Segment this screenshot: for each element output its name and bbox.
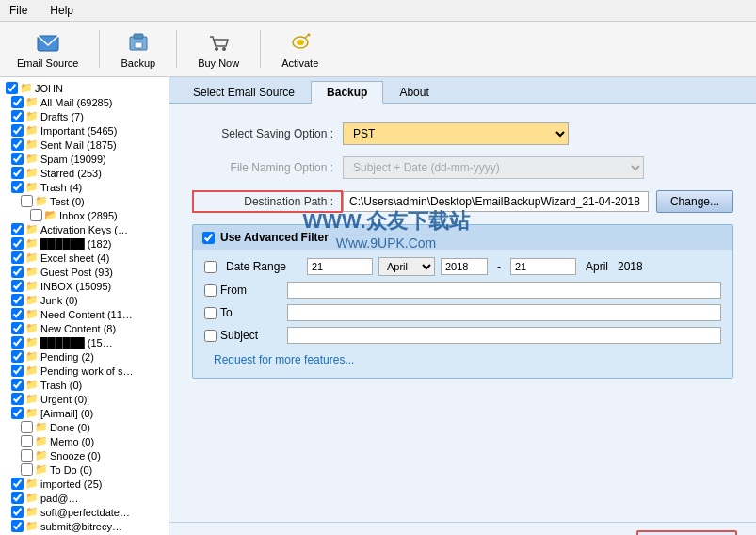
date-from-input[interactable] — [307, 258, 373, 275]
email-source-button[interactable]: Email Source — [8, 25, 88, 73]
date-to-input[interactable] — [510, 258, 576, 275]
tree-item-checkbox[interactable] — [11, 280, 24, 292]
tree-item[interactable]: 📁██████ (182) — [0, 236, 169, 251]
tree-item-checkbox[interactable] — [21, 463, 33, 476]
from-checkbox[interactable] — [204, 284, 217, 297]
tree-item-checkbox[interactable] — [21, 449, 33, 462]
tab-select-email-source[interactable]: Select Email Source — [177, 81, 311, 103]
tree-item-checkbox[interactable] — [11, 294, 24, 306]
tree-item-checkbox[interactable] — [11, 520, 24, 532]
tree-item-checkbox[interactable] — [21, 421, 33, 433]
tree-item-checkbox[interactable] — [11, 478, 24, 490]
tree-item[interactable]: 📁Excel sheet (4) — [0, 251, 169, 265]
backup-footer-button[interactable]: Backup — [636, 530, 737, 535]
tree-item-checkbox[interactable] — [11, 336, 24, 349]
tree-item-checkbox[interactable] — [11, 223, 24, 235]
tree-item-checkbox[interactable] — [11, 110, 24, 122]
tree-item[interactable]: 📁Important (5465) — [0, 123, 169, 138]
tree-item[interactable]: 📁submit@bitrecy… — [0, 519, 169, 533]
tree-item[interactable]: 📁Snooze (0) — [0, 448, 169, 462]
tree-item-checkbox[interactable] — [11, 365, 24, 377]
footer: Backup — [169, 522, 756, 535]
tree-item[interactable]: 📁Pending (2) — [0, 349, 169, 364]
tree-item-checkbox[interactable] — [11, 506, 24, 518]
saving-option-label: Select Saving Option : — [192, 127, 343, 140]
tree-item[interactable]: 📁All Mail (69285) — [0, 95, 169, 109]
tree-item-checkbox[interactable] — [11, 181, 24, 193]
tree-item[interactable]: 📁Spam (19099) — [0, 152, 169, 166]
tree-item[interactable]: 📁Trash (0) — [0, 378, 169, 392]
tree-item-checkbox[interactable] — [11, 124, 24, 137]
tree-item-checkbox[interactable] — [11, 407, 24, 419]
tree-item[interactable]: 📁Pending work of s… — [0, 364, 169, 378]
tree-item-checkbox[interactable] — [21, 195, 33, 207]
tree-item[interactable]: 📁Sent Mail (1875) — [0, 138, 169, 152]
saving-option-select[interactable]: PST EML MSG MBOX PDF — [343, 122, 569, 145]
tree-item[interactable]: 📁soft@perfectdate… — [0, 505, 169, 519]
tree-item-checkbox[interactable] — [11, 350, 24, 363]
tree-item-checkbox[interactable] — [11, 393, 24, 405]
tree-item[interactable]: 📁New Content (8) — [0, 321, 169, 335]
tree-item-checkbox[interactable] — [30, 209, 42, 221]
subject-input[interactable] — [287, 327, 721, 344]
tree-item-checkbox[interactable] — [11, 251, 24, 264]
tree-item[interactable]: 📁Urgent (0) — [0, 392, 169, 406]
tree-item[interactable]: 📁Trash (4) — [0, 180, 169, 194]
tree-item[interactable]: 📂Inbox (2895) — [0, 208, 169, 222]
buy-now-button[interactable]: Buy Now — [188, 25, 249, 73]
file-naming-select[interactable]: Subject + Date (dd-mm-yyyy) — [343, 156, 644, 179]
tree-item-checkbox[interactable] — [11, 96, 24, 108]
tree-item[interactable]: 📁imported (25) — [0, 477, 169, 491]
tree-folder-icon: 📁 — [25, 237, 39, 250]
tree-item[interactable]: 📁Activation Keys (… — [0, 222, 169, 236]
tree-item[interactable]: 📁Junk (0) — [0, 293, 169, 307]
tree-item-checkbox[interactable] — [11, 167, 24, 179]
tree-folder-icon: 📁 — [35, 195, 48, 207]
month-from-select[interactable]: AprilJanuaryFebruaryMarch MayJuneJulyAug… — [378, 257, 435, 276]
tree-item-checkbox[interactable] — [21, 435, 33, 447]
tree-item[interactable]: 📁Need Content (11… — [0, 307, 169, 321]
tab-backup[interactable]: Backup — [311, 81, 383, 104]
activate-button[interactable]: Activate — [272, 25, 328, 73]
change-button[interactable]: Change... — [656, 190, 733, 213]
tree-item[interactable]: 📁Drafts (7) — [0, 109, 169, 123]
date-range-checkbox[interactable] — [204, 261, 217, 273]
tree-item-checkbox[interactable] — [11, 266, 24, 278]
tree-item[interactable]: 📁pad@… — [0, 491, 169, 505]
dest-path-input[interactable] — [343, 191, 649, 212]
tree-item[interactable]: 📁[Airmail] (0) — [0, 406, 169, 420]
tree-item[interactable]: 📁Done (0) — [0, 420, 169, 434]
tree-item[interactable]: 📁Memo (0) — [0, 434, 169, 448]
year-from-input[interactable] — [441, 258, 488, 275]
to-input[interactable] — [287, 304, 721, 321]
dest-path-input-wrap: Change... — [343, 190, 733, 213]
request-features-link[interactable]: Request for more features... — [204, 349, 363, 370]
tab-about[interactable]: About — [383, 81, 444, 103]
tree-item[interactable]: 📁Starred (253) — [0, 166, 169, 180]
tree-item-checkbox[interactable] — [11, 322, 24, 334]
menu-help[interactable]: Help — [44, 2, 79, 19]
tree-item-checkbox[interactable] — [11, 138, 24, 151]
tree-folder-icon: 📁 — [25, 138, 39, 151]
tree-item[interactable]: 📁To Do (0) — [0, 462, 169, 477]
tree-item-checkbox[interactable] — [11, 492, 24, 504]
to-checkbox[interactable] — [204, 307, 217, 319]
backup-button[interactable]: Backup — [111, 25, 165, 73]
tree-item-checkbox[interactable] — [11, 237, 24, 250]
activate-label: Activate — [281, 57, 318, 69]
tree-item[interactable]: 📁Test (0) — [0, 194, 169, 208]
from-input[interactable] — [287, 282, 721, 299]
use-advanced-checkbox[interactable] — [202, 232, 215, 244]
tree-item[interactable]: 📁INBOX (15095) — [0, 279, 169, 293]
tree-item[interactable]: 📁Guest Post (93) — [0, 265, 169, 279]
tree-root-item[interactable]: 📁 JOHN — [0, 81, 169, 95]
tree-root-checkbox[interactable] — [6, 82, 18, 94]
tree-folder-icon: 📁 — [25, 379, 39, 391]
tree-item-checkbox[interactable] — [11, 308, 24, 320]
subject-checkbox[interactable] — [204, 330, 217, 342]
menu-file[interactable]: File — [4, 2, 33, 19]
date-separator: - — [493, 260, 505, 273]
tree-item-checkbox[interactable] — [11, 379, 24, 391]
tree-item[interactable]: 📁██████ (15… — [0, 335, 169, 349]
tree-item-checkbox[interactable] — [11, 153, 24, 165]
